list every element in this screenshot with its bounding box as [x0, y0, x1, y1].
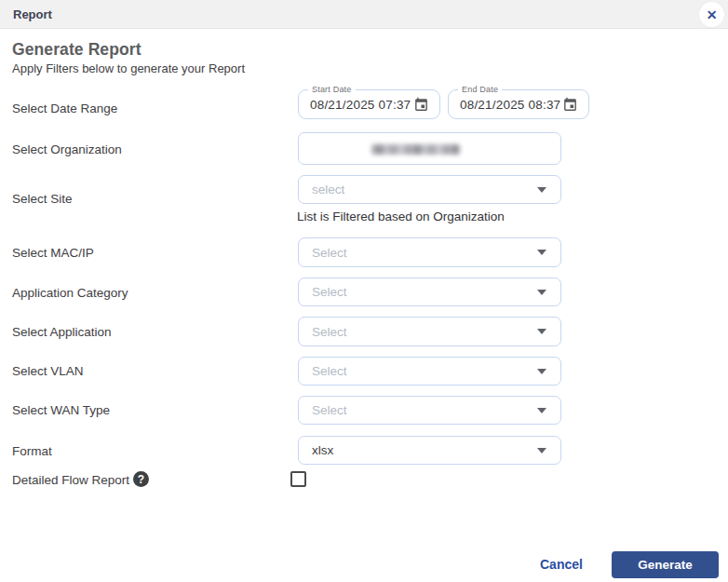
detailed-flow-checkbox[interactable]: [290, 471, 306, 487]
chevron-down-icon: [537, 408, 546, 413]
organization-redacted-value: [371, 144, 460, 155]
date-range-label: Select Date Range: [12, 102, 117, 115]
page-subtitle: Apply Filters below to generate your Rep…: [12, 61, 245, 75]
site-filter-note: List is Filtered based on Organization: [297, 210, 505, 223]
calendar-icon[interactable]: [562, 97, 578, 113]
dialog-titlebar: Report ✕: [0, 0, 728, 29]
vlan-dropdown[interactable]: Select: [298, 357, 561, 386]
format-value: xlsx: [312, 443, 537, 457]
mac-ip-dropdown[interactable]: Select: [298, 237, 561, 267]
mac-ip-label: Select MAC/IP: [12, 246, 94, 260]
chevron-down-icon: [537, 187, 546, 193]
wan-type-label: Select WAN Type: [12, 403, 110, 417]
format-dropdown[interactable]: xlsx: [298, 436, 561, 465]
vlan-label: Select VLAN: [12, 364, 84, 378]
chevron-down-icon: [537, 329, 546, 334]
app-category-label: Application Category: [12, 286, 128, 300]
chevron-down-icon: [537, 250, 546, 255]
detailed-flow-label: Detailed Flow Report: [12, 473, 129, 487]
end-date-float-label: End Date: [458, 84, 502, 95]
cancel-button[interactable]: Cancel: [540, 557, 583, 572]
generate-report-dialog: Report ✕ Generate Report Apply Filters b…: [0, 0, 728, 582]
site-placeholder: select: [312, 183, 537, 196]
close-icon: ✕: [707, 8, 718, 21]
help-icon[interactable]: ?: [133, 471, 149, 487]
end-date-field[interactable]: End Date 08/21/2025 08:37: [448, 89, 589, 119]
start-date-field[interactable]: Start Date 08/21/2025 07:37: [298, 89, 440, 119]
format-label: Format: [12, 444, 52, 458]
generate-button[interactable]: Generate: [612, 551, 719, 578]
vlan-placeholder: Select: [312, 364, 537, 378]
chevron-down-icon: [537, 290, 546, 295]
start-date-float-label: Start Date: [308, 84, 356, 95]
site-label: Select Site: [12, 192, 73, 206]
end-date-value: 08/21/2025 08:37: [460, 98, 562, 112]
application-placeholder: Select: [312, 325, 537, 339]
wan-type-placeholder: Select: [312, 403, 537, 417]
calendar-icon[interactable]: [413, 97, 429, 113]
start-date-value: 08/21/2025 07:37: [310, 98, 413, 112]
chevron-down-icon: [537, 448, 546, 453]
application-label: Select Application: [12, 325, 112, 339]
application-dropdown[interactable]: Select: [298, 317, 561, 346]
mac-ip-placeholder: Select: [312, 246, 537, 260]
app-category-dropdown[interactable]: Select: [298, 277, 561, 306]
organization-label: Select Organization: [12, 142, 122, 156]
organization-input[interactable]: [298, 132, 561, 165]
dialog-title: Report: [13, 7, 52, 21]
wan-type-dropdown[interactable]: Select: [298, 396, 561, 425]
page-title: Generate Report: [12, 40, 142, 60]
app-category-placeholder: Select: [312, 285, 537, 299]
close-button[interactable]: ✕: [699, 2, 724, 27]
site-dropdown[interactable]: select: [298, 175, 561, 204]
chevron-down-icon: [537, 369, 546, 374]
